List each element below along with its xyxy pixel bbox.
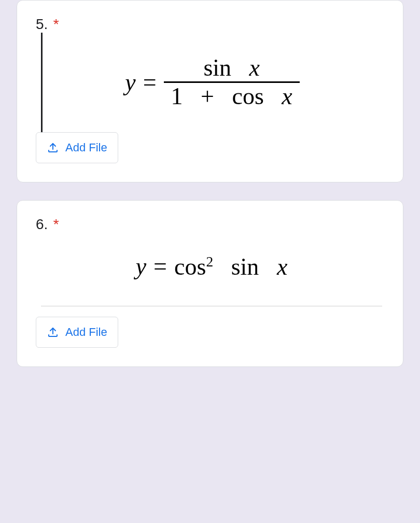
numerator-var: x (249, 54, 260, 81)
add-file-label: Add File (65, 326, 107, 339)
upload-icon (47, 142, 59, 154)
divider (41, 306, 382, 306)
cos-fn: cos (174, 253, 206, 280)
question-header: 5. * (36, 16, 387, 33)
add-file-button[interactable]: Add File (36, 317, 118, 348)
variable-x: x (277, 253, 287, 280)
upload-icon (47, 326, 59, 338)
equals-sign: = (153, 255, 167, 278)
fraction: sin x 1 + cos x (164, 54, 300, 110)
variable-y: y (136, 255, 146, 278)
plus: + (201, 83, 214, 109)
cos-fn: cos (232, 83, 264, 109)
denominator: 1 + cos x (164, 81, 300, 110)
equation: y = sin x 1 + cos x (125, 54, 300, 110)
variable-y: y (125, 70, 135, 94)
question-header: 6. * (36, 216, 387, 233)
superscript-2: 2 (206, 253, 213, 270)
equation-display: y = sin x 1 + cos x (41, 33, 382, 132)
sin-fn: sin (231, 253, 259, 280)
question-number: 6. (36, 216, 48, 232)
question-card-6: 6. * y = cos2 sin x Add File (17, 200, 403, 367)
sin-fn: sin (203, 54, 231, 81)
question-number: 5. (36, 16, 48, 32)
required-indicator: * (53, 16, 59, 32)
rhs: cos2 sin x (174, 255, 287, 279)
required-indicator: * (53, 216, 59, 232)
question-card-5: 5. * y = sin x 1 + cos x (17, 0, 403, 182)
equals-sign: = (143, 70, 157, 94)
numerator: sin x (196, 54, 267, 81)
add-file-label: Add File (65, 141, 107, 154)
one: 1 (171, 83, 183, 109)
add-file-button[interactable]: Add File (36, 132, 118, 163)
denominator-var: x (282, 83, 292, 109)
equation-display: y = cos2 sin x (36, 233, 387, 301)
equation: y = cos2 sin x (136, 255, 288, 279)
